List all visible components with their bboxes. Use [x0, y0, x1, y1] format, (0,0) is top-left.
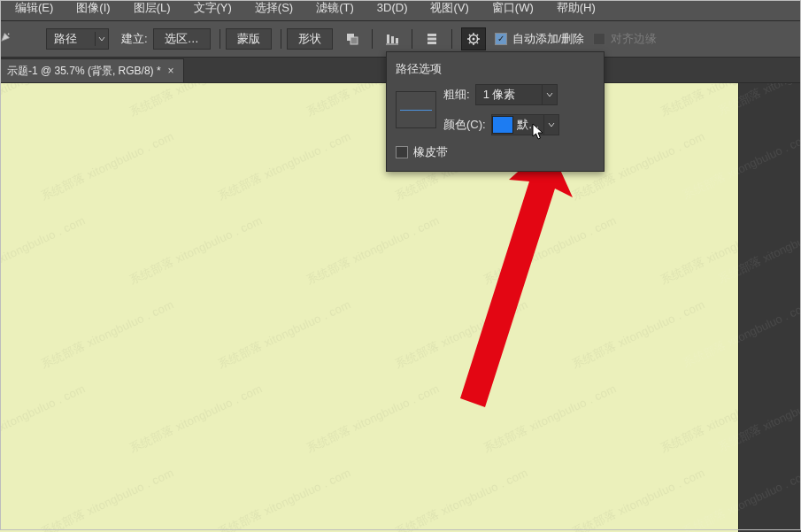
svg-rect-5 [396, 38, 398, 43]
menu-bar: 编辑(E) 图像(I) 图层(L) 文字(Y) 选择(S) 滤镜(T) 3D(D… [0, 0, 801, 20]
canvas[interactable]: 系统部落 xitongbuluo . com系统部落 xitongbuluo .… [0, 83, 738, 532]
selection-button[interactable]: 选区… [153, 28, 211, 50]
chevron-down-icon [542, 85, 557, 104]
menu-select[interactable]: 选择(S) [243, 0, 304, 18]
checkbox-disabled-icon [593, 33, 605, 45]
color-combo[interactable]: 默… [491, 114, 559, 135]
chevron-down-icon [95, 32, 108, 46]
svg-line-17 [476, 42, 477, 43]
pen-tool-icon[interactable] [0, 30, 12, 42]
svg-rect-7 [427, 34, 436, 36]
separator [220, 29, 220, 49]
menu-3d[interactable]: 3D(D) [366, 0, 420, 16]
svg-rect-2 [350, 37, 358, 44]
align-icon[interactable] [381, 28, 403, 50]
menu-filter[interactable]: 滤镜(T) [304, 0, 366, 18]
path-options-gear-icon[interactable] [461, 27, 486, 50]
watermark: 系统部落 xitongbuluo . com系统部落 xitongbuluo .… [0, 83, 738, 532]
mode-combo-value: 路径 [47, 31, 95, 47]
create-label: 建立: [121, 31, 148, 47]
svg-line-18 [469, 42, 470, 43]
align-edges-checkbox: 对齐边缘 [593, 31, 657, 47]
mask-button[interactable]: 蒙版 [226, 28, 272, 50]
svg-line-16 [469, 35, 470, 35]
rubber-band-checkbox[interactable]: 橡皮带 [396, 144, 448, 160]
svg-point-0 [8, 34, 10, 35]
separator [281, 29, 281, 49]
menu-layer[interactable]: 图层(L) [122, 0, 182, 18]
thickness-preview[interactable] [396, 91, 436, 128]
separator [412, 29, 412, 49]
svg-rect-4 [391, 36, 394, 43]
color-swatch-icon [492, 116, 513, 134]
menu-view[interactable]: 视图(V) [419, 0, 480, 18]
svg-rect-8 [427, 38, 436, 41]
thickness-label: 粗细: [443, 87, 470, 103]
svg-point-11 [472, 38, 474, 41]
thickness-value: 1 像素 [476, 87, 542, 103]
arrange-icon[interactable] [421, 28, 443, 50]
auto-add-delete-checkbox[interactable]: 自动添加/删除 [495, 31, 585, 47]
mode-combo[interactable]: 路径 [46, 28, 109, 50]
svg-rect-3 [387, 35, 389, 43]
path-operations-icon[interactable] [342, 28, 363, 50]
separator [372, 29, 373, 49]
checkbox-unchecked-icon [396, 146, 408, 158]
separator [451, 29, 452, 49]
document-tab[interactable]: 示题-1 @ 35.7% (背景, RGB/8) * × [0, 58, 184, 82]
path-options-popup: 路径选项 粗细: 1 像素 颜色(C): 默… 橡 [386, 51, 605, 172]
checkbox-label: 橡皮带 [413, 144, 448, 160]
close-icon[interactable]: × [168, 65, 174, 77]
checkbox-label: 对齐边缘 [611, 31, 657, 47]
menu-window[interactable]: 窗口(W) [481, 0, 545, 18]
checkbox-checked-icon [495, 33, 507, 45]
popup-title: 路径选项 [396, 61, 595, 77]
shape-button[interactable]: 形状 [287, 28, 333, 50]
menu-edit[interactable]: 编辑(E) [4, 0, 65, 18]
svg-rect-9 [427, 42, 436, 44]
right-panel-strip: 系统部落 xitongbuluo . com系统部落 xitongbuluo .… [738, 83, 801, 532]
menu-help[interactable]: 帮助(H) [545, 0, 607, 18]
mouse-cursor-icon [532, 123, 546, 141]
svg-line-19 [476, 35, 477, 35]
menu-image[interactable]: 图像(I) [65, 0, 121, 18]
color-label: 颜色(C): [443, 117, 486, 133]
document-tab-title: 示题-1 @ 35.7% (背景, RGB/8) * [7, 64, 161, 79]
menu-type[interactable]: 文字(Y) [182, 0, 243, 18]
checkbox-label: 自动添加/删除 [512, 31, 585, 47]
thickness-input[interactable]: 1 像素 [475, 84, 558, 105]
